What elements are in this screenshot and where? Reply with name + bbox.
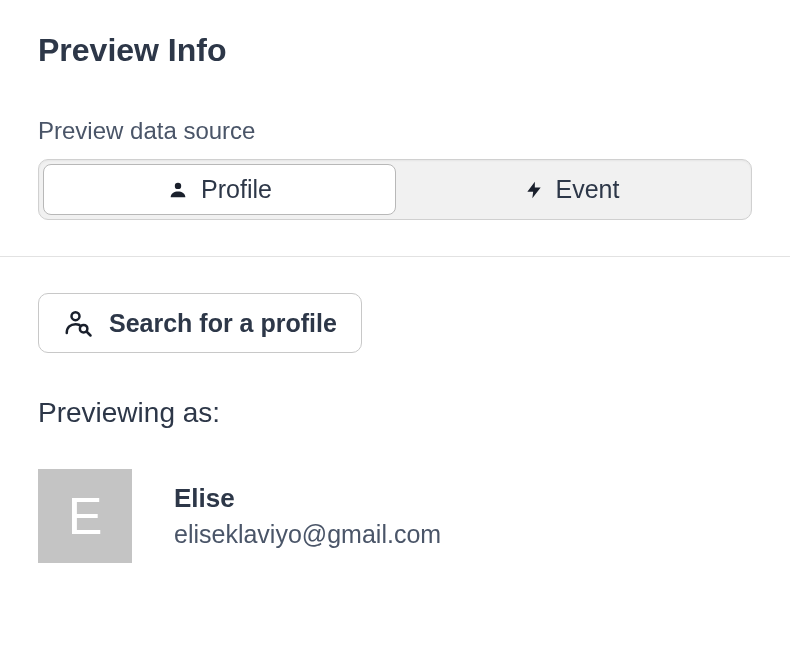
avatar: E <box>38 469 132 563</box>
segment-option-event[interactable]: Event <box>396 164 747 215</box>
body-section: Search for a profile Previewing as: E El… <box>0 257 790 563</box>
person-search-icon <box>63 308 93 338</box>
segment-option-profile[interactable]: Profile <box>43 164 396 215</box>
svg-line-3 <box>87 332 91 336</box>
profile-icon <box>167 179 189 201</box>
lightning-icon <box>524 179 544 201</box>
segment-option-profile-label: Profile <box>201 175 272 204</box>
profile-info: Elise eliseklaviyo@gmail.com <box>174 483 441 549</box>
search-profile-button-label: Search for a profile <box>109 309 337 338</box>
page-title: Preview Info <box>38 32 752 69</box>
data-source-segment-control: Profile Event <box>38 159 752 220</box>
svg-point-0 <box>175 182 181 188</box>
profile-email: eliseklaviyo@gmail.com <box>174 520 441 549</box>
search-profile-button[interactable]: Search for a profile <box>38 293 362 353</box>
header-section: Preview Info Preview data source Profile <box>0 32 790 220</box>
data-source-label: Preview data source <box>38 117 752 145</box>
segment-option-event-label: Event <box>556 175 620 204</box>
profile-name: Elise <box>174 483 441 514</box>
profile-row: E Elise eliseklaviyo@gmail.com <box>38 469 752 563</box>
previewing-as-label: Previewing as: <box>38 397 752 429</box>
preview-info-panel: Preview Info Preview data source Profile <box>0 0 790 563</box>
svg-point-1 <box>72 312 80 320</box>
